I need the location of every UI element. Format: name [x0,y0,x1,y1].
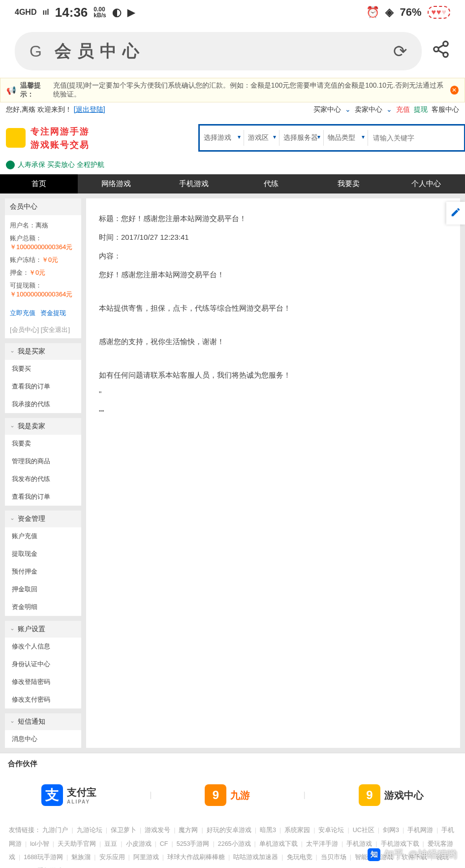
fund-title[interactable]: 资金管理 [5,511,81,527]
nav-sell[interactable]: 我要卖 [310,174,388,193]
nav-home[interactable]: 首页 [0,174,78,193]
fund-refund[interactable]: 押金取回 [5,580,81,598]
buyer-item-orders[interactable]: 查看我的订单 [5,378,81,395]
net-speed: 0.00 kB/s [93,6,106,18]
partner-9game[interactable]: 9 九游 [205,784,250,806]
msg-line2: 本站提供寄售，担保，点卡，代练等综合性网游交易平台！ [99,301,447,316]
search-input[interactable] [368,130,464,145]
buyer-title[interactable]: 我是买家 [5,343,81,360]
close-icon[interactable]: ✕ [450,86,459,95]
nav-boost[interactable]: 代练 [233,174,310,193]
friend-link[interactable]: 当贝市场 [321,854,346,861]
share-icon[interactable] [432,40,450,63]
friend-link[interactable]: 暗黑3 [260,827,276,834]
logo-line1: 专注网游手游 [31,126,90,137]
friend-link[interactable]: lol小智 [30,840,49,847]
msg-line3: 感谢您的支持，祝你生活愉快，谢谢！ [99,334,447,349]
seller-item-goods[interactable]: 管理我的商品 [5,452,81,470]
friend-link[interactable]: 魔方网 [179,827,198,834]
friend-link[interactable]: 系统家园 [284,827,310,834]
status-bar: 4GHD ııl 14:36 0.00 kB/s ◐ ▶ ⏰ ◈ 76% ♥♥♥ [0,0,465,25]
link-withdraw[interactable]: 提现 [414,105,428,114]
nav-mobile[interactable]: 手机游戏 [155,174,233,193]
fund-box: 资金管理 账户充值 提取现金 预付押金 押金取回 资金明细 [5,511,81,616]
logout-link[interactable]: [退出登陆] [74,105,105,114]
account-title[interactable]: 账户设置 [5,621,81,638]
friend-link[interactable]: 手机游戏 [346,840,372,847]
sidebar: 会员中心 用户名：离殇 账户总额：￥10000000000364元 账户冻结：￥… [5,198,81,748]
friend-link[interactable]: 九游论坛 [77,827,102,834]
friend-link[interactable]: 安乐应用 [99,854,125,861]
friend-link[interactable]: 游戏发号 [145,827,170,834]
account-verify[interactable]: 身份认证中心 [5,655,81,673]
seller-item-boost[interactable]: 我发布的代练 [5,470,81,488]
friend-label: 友情链接： [9,827,41,834]
fund-deposit[interactable]: 预付押金 [5,563,81,580]
fund-detail[interactable]: 资金明细 [5,598,81,616]
shield-icon [6,161,15,169]
friend-link[interactable]: 安卓论坛 [318,827,344,834]
link-safelogout[interactable]: [安全退出] [41,326,70,333]
friend-link[interactable]: 5253手游网 [177,840,210,847]
seller-title[interactable]: 我是卖家 [5,418,81,435]
action-recharge[interactable]: 立即充值 [10,309,35,317]
nav-pcgame[interactable]: 网络游戏 [78,174,155,193]
friend-link[interactable]: 小皮游戏 [126,840,152,847]
select-zone[interactable]: 游戏区 [244,130,279,146]
seller-item-sell[interactable]: 我要卖 [5,435,81,452]
notice-label: 温馨提示： [20,81,53,99]
gamecenter-icon: 9 [359,784,380,806]
friend-link[interactable]: 免玩电竞 [287,854,312,861]
url-box[interactable]: G 会员中心 ⟳ [15,32,422,70]
friend-link[interactable]: 手机网游 [407,827,433,834]
nav-profile[interactable]: 个人中心 [388,174,465,193]
friend-link[interactable]: 保卫萝卜 [111,827,136,834]
friend-link[interactable]: 剑网3 [383,827,399,834]
account-loginpwd[interactable]: 修改登陆密码 [5,673,81,691]
seller-item-orders[interactable]: 查看我的订单 [5,488,81,506]
buyer-item-boost[interactable]: 我承接的代练 [5,395,81,413]
select-server[interactable]: 选择服务器 [279,130,324,146]
alarm-icon: ⏰ [366,6,379,19]
clock: 14:36 [55,5,88,20]
sms-title[interactable]: 短信通知 [5,713,81,730]
svg-point-0 [443,41,448,46]
account-profile[interactable]: 修改个人信息 [5,638,81,655]
friend-link[interactable]: 魅族溜 [71,854,91,861]
friend-link[interactable]: 阿里游戏 [133,854,159,861]
select-type[interactable]: 物品类型 [324,130,368,146]
friend-link[interactable]: 九游门户 [42,827,68,834]
account-paypwd[interactable]: 修改支付密码 [5,691,81,708]
friend-link[interactable]: 好玩的安卓游戏 [207,827,251,834]
partner-gamecenter[interactable]: 9 游戏中心 [359,784,424,806]
fund-recharge[interactable]: 账户充值 [5,527,81,545]
svg-line-4 [438,50,443,53]
refresh-icon[interactable]: ⟳ [393,41,407,61]
friend-link[interactable]: CF [160,840,168,847]
action-cash[interactable]: 资金提现 [40,309,66,317]
sms-center[interactable]: 消息中心 [5,730,81,748]
link-center[interactable]: [会员中心] [10,326,39,333]
msg-q1: " [99,386,447,401]
edit-fab[interactable] [446,202,465,225]
battery-hearts-icon: ♥♥♥ [428,6,451,19]
fund-withdraw[interactable]: 提取现金 [5,545,81,563]
partner-alipay[interactable]: 支 支付宝ALIPAY [41,784,96,806]
select-game[interactable]: 选择游戏 [200,130,244,146]
friend-link[interactable]: UC社区 [353,827,374,834]
link-seller[interactable]: 卖家中心 [355,105,382,114]
friend-link[interactable]: 咕咕游戏加速器 [233,854,278,861]
link-buyer[interactable]: 买家中心 [313,105,341,114]
buyer-item-buy[interactable]: 我要买 [5,360,81,378]
friend-link[interactable]: 豆豆 [104,840,117,847]
link-service[interactable]: 客服中心 [432,105,459,114]
friend-link[interactable]: 球球大作战刷棒棒糖 [167,854,225,861]
link-recharge[interactable]: 充值 [396,105,410,114]
friend-link[interactable]: 太平洋手游 [306,840,338,847]
friend-link[interactable]: 单机游戏下载 [259,840,298,847]
notice-bar: 📢 温馨提示： 充值(提现)时一定要加个零头方便我们系统确认您的汇款。例如：金额… [0,78,465,102]
friend-link[interactable]: 手机游戏下载 [381,840,419,847]
friend-link[interactable]: 1688玩手游网 [24,854,63,861]
friend-link[interactable]: 天天助手官网 [58,840,96,847]
friend-link[interactable]: 2265小游戏 [218,840,251,847]
